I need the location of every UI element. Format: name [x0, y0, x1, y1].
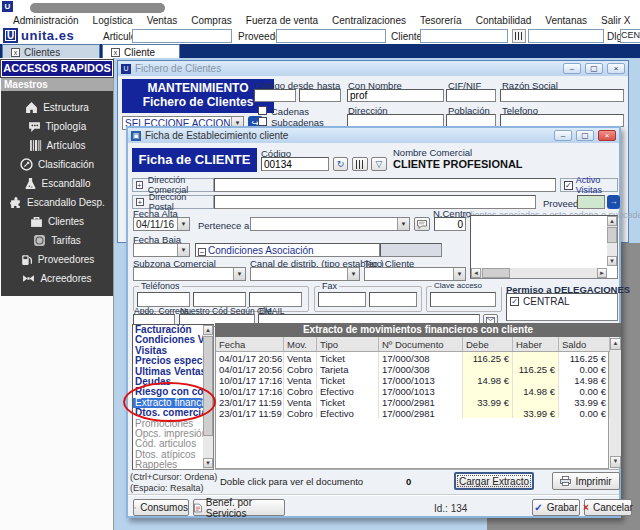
table-header-row[interactable]: Fecha Mov. Tipo Nº Documento Debe Haber … [216, 337, 610, 352]
scroll-right-icon[interactable]: ► [597, 268, 607, 278]
section-item-ultimas-ventas[interactable]: Ultimas Ventas [133, 367, 213, 377]
codigo-input[interactable] [261, 157, 329, 171]
chevron-down-icon[interactable]: ▼ [453, 268, 465, 280]
section-item-rappeles[interactable]: Rappeles [133, 460, 213, 470]
subcadenas-checkbox[interactable] [258, 117, 267, 126]
fax-input-1[interactable] [318, 292, 366, 307]
scroll-thumb[interactable] [203, 336, 213, 436]
minimize-icon[interactable]: – [563, 63, 581, 74]
menu-centralizaciones[interactable]: Centralizaciones [325, 15, 413, 26]
fecha-baja-select[interactable]: ▼ [133, 243, 190, 257]
delegacion-central-item[interactable]: ✓ CENTRAL [507, 294, 617, 309]
cif-input[interactable] [446, 89, 496, 102]
benef-servicios-button[interactable]: Benef. por Servicios [193, 499, 285, 516]
table-scrollbar[interactable]: ▲ ▼ [610, 338, 621, 468]
section-item-riesgo[interactable]: Riesgo con cobro [133, 387, 213, 397]
barcode-icon[interactable] [352, 157, 368, 171]
telefono-input-1[interactable] [137, 292, 190, 307]
scroll-up-icon[interactable]: ▲ [607, 216, 617, 226]
filter-funnel-icon[interactable]: ▽ [371, 157, 387, 171]
scroll-down-icon[interactable]: ▼ [610, 456, 621, 468]
table-row[interactable]: 10/01/17 17:16VentaTicket17/000/101314.9… [216, 374, 610, 385]
col-debe[interactable]: Debe [463, 337, 513, 351]
telefono-input-3[interactable] [249, 292, 302, 307]
chevron-down-icon[interactable]: ▼ [233, 268, 245, 280]
section-list[interactable]: Facturación Condiciones Vent Visitas Pre… [132, 324, 214, 470]
scroll-thumb[interactable] [482, 268, 510, 278]
cancelar-button[interactable]: × Cancelar [584, 499, 632, 516]
direccion-comercial-toggle[interactable]: +Dirección Comercial [132, 178, 214, 192]
table-row[interactable]: 10/01/17 17:16CobroEfectivo17/000/101314… [216, 385, 610, 396]
col-documento[interactable]: Nº Documento [379, 337, 463, 351]
pertenece-select[interactable]: ▼ [250, 217, 410, 231]
vertical-scrollbar[interactable]: ▲ ▼ [607, 216, 617, 266]
section-item-facturacion[interactable]: Facturación [133, 325, 213, 335]
sidebar-item-acreedores[interactable]: Acreedores [1, 269, 113, 288]
section-list-scrollbar[interactable]: ▲ ▼ [203, 325, 213, 469]
goto-proveedor-icon[interactable]: → [607, 195, 620, 209]
sidebar-item-tarifas[interactable]: Tarifas [1, 231, 113, 250]
scroll-down-icon[interactable]: ▼ [607, 256, 617, 266]
col-tipo[interactable]: Tipo [317, 337, 379, 351]
delegacion-select[interactable]: CEN [620, 29, 640, 43]
codigo-desde-input[interactable] [254, 89, 296, 102]
ncentro-input[interactable] [434, 217, 466, 231]
scroll-up-icon[interactable]: ▲ [610, 338, 621, 350]
proveedor-input[interactable] [577, 195, 605, 209]
tab-cliente[interactable]: x Cliente [102, 44, 180, 59]
menu-administracion[interactable]: Administración [6, 15, 86, 26]
articulo-input[interactable] [132, 29, 232, 43]
fecha-alta-select[interactable]: 04/11/16▼ [133, 217, 190, 231]
col-saldo[interactable]: Saldo [559, 337, 610, 351]
sidebar-item-clasificacion[interactable]: Clasificación [1, 155, 113, 174]
section-item-visitas[interactable]: Visitas [133, 346, 213, 356]
sidebar-item-tipologia[interactable]: Tipología [1, 117, 113, 136]
ficha-titlebar[interactable]: ▣ Ficha de Establecimiento cliente – ▢ × [128, 128, 619, 143]
con-nombre-input[interactable] [347, 89, 444, 102]
section-item-dtos-comerciales[interactable]: Dtos. comerciales [133, 408, 213, 418]
col-haber[interactable]: Haber [513, 337, 559, 351]
razon-social-input[interactable] [500, 89, 624, 102]
chevron-down-icon[interactable]: ▼ [177, 244, 189, 256]
scroll-up-icon[interactable]: ▲ [203, 325, 213, 335]
chevron-down-icon[interactable]: ▼ [347, 268, 359, 280]
menu-ventanas[interactable]: Ventanas [538, 15, 594, 26]
direccion-postal-input[interactable] [214, 195, 536, 209]
table-row[interactable]: 04/01/17 20:56CobroTarjeta17/000/308116.… [216, 363, 610, 374]
section-item-deudas[interactable]: Deudas [133, 377, 213, 387]
chevron-down-icon[interactable]: ▼ [397, 218, 409, 230]
tab-clientes[interactable]: x Clientes [2, 44, 100, 59]
minimize-icon[interactable]: – [554, 130, 572, 141]
consumos-button[interactable]: Consumos [133, 499, 189, 516]
activo-visitas-toggle[interactable]: ✓Activo Visitas [560, 178, 618, 192]
clave-internet-input[interactable] [430, 292, 496, 307]
grabar-button[interactable]: ✓ Grabar [532, 499, 580, 516]
menu-tesoreria[interactable]: Tesorería [413, 15, 469, 26]
codigo-hasta-input[interactable] [299, 89, 341, 102]
imprimir-button[interactable]: Imprimir [552, 472, 620, 490]
scroll-left-icon[interactable]: ◄ [471, 268, 481, 278]
sidebar-item-articulos[interactable]: Artículos [1, 136, 113, 155]
menu-salir[interactable]: Salir X [594, 15, 637, 26]
sidebar-item-proveedores[interactable]: Proveedores [1, 250, 113, 269]
sidebar-group-maestros[interactable]: Maestros [1, 78, 113, 91]
barcode-icon[interactable] [512, 29, 526, 43]
maximize-icon[interactable]: ▢ [576, 130, 594, 141]
cliente-input[interactable] [420, 29, 508, 43]
refresh-icon[interactable]: ↻ [333, 157, 348, 171]
section-item-opcs-impresion[interactable]: Opcs. impresión [133, 429, 213, 439]
close-icon[interactable]: × [598, 130, 616, 141]
sidebar-item-clientes[interactable]: Clientes [1, 212, 113, 231]
menu-logistica[interactable]: Logística [86, 15, 140, 26]
horizontal-scrollbar[interactable]: ◄ ► [471, 268, 607, 278]
condiciones-asociacion-field[interactable]: −Condiciones Asociación [195, 243, 380, 257]
direccion-comercial-input[interactable] [214, 178, 556, 192]
comment-icon[interactable] [414, 217, 430, 231]
menu-fuerza-de-venta[interactable]: Fuerza de venta [239, 15, 325, 26]
menu-contabilidad[interactable]: Contabilidad [469, 15, 539, 26]
table-row[interactable]: 04/01/17 20:56VentaTicket17/000/308116.2… [216, 352, 610, 363]
col-mov[interactable]: Mov. [284, 337, 317, 351]
col-fecha[interactable]: Fecha [216, 337, 284, 351]
delegaciones-listbox[interactable]: ✓ CENTRAL [506, 293, 618, 321]
telefono-input-2[interactable] [193, 292, 246, 307]
